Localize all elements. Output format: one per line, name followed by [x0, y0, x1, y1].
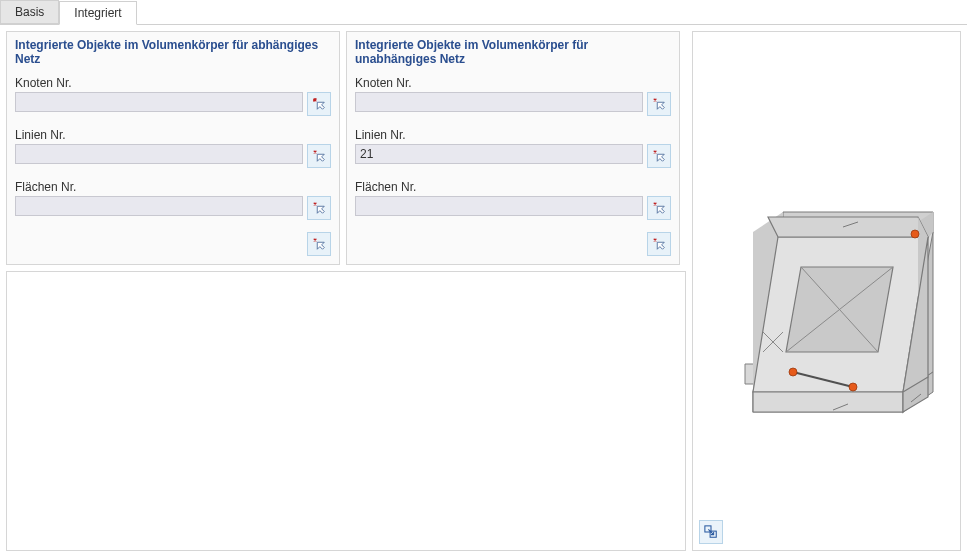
expand-preview-icon [704, 525, 718, 539]
linien-input-independent[interactable] [355, 144, 643, 164]
pick-knoten-independent-button[interactable] [647, 92, 671, 116]
expand-preview-button[interactable] [699, 520, 723, 544]
svg-marker-12 [768, 217, 928, 237]
knoten-label: Knoten Nr. [15, 76, 331, 90]
pick-flaechen-independent-button[interactable] [647, 196, 671, 220]
pick-all-dependent-button[interactable] [307, 232, 331, 256]
tab-basis[interactable]: Basis [0, 0, 59, 24]
pick-multi-icon [312, 237, 326, 251]
linien-label: Linien Nr. [15, 128, 331, 142]
pick-knoten-dependent-button[interactable] [307, 92, 331, 116]
solid-body-preview [693, 32, 958, 547]
pick-cursor-x-icon [312, 149, 326, 163]
panel-independent-mesh: Integrierte Objekte im Volumenkörper für… [346, 31, 680, 265]
pick-cursor-x-icon [652, 149, 666, 163]
preview-panel [692, 31, 961, 551]
svg-point-27 [849, 383, 857, 391]
pick-linien-dependent-button[interactable] [307, 144, 331, 168]
knoten-input-independent[interactable] [355, 92, 643, 112]
pick-linien-independent-button[interactable] [647, 144, 671, 168]
flaechen-input-dependent[interactable] [15, 196, 303, 216]
svg-point-26 [789, 368, 797, 376]
pick-flaechen-dependent-button[interactable] [307, 196, 331, 220]
tab-integriert[interactable]: Integriert [59, 1, 136, 25]
pick-multi-icon [652, 237, 666, 251]
linien-label: Linien Nr. [355, 128, 671, 142]
svg-point-28 [911, 230, 919, 238]
panel-dependent-mesh: Integrierte Objekte im Volumenkörper für… [6, 31, 340, 265]
svg-marker-15 [753, 392, 903, 412]
tabs-bar: Basis Integriert [0, 0, 967, 25]
pick-cursor-x-icon [652, 201, 666, 215]
pick-all-independent-button[interactable] [647, 232, 671, 256]
pick-cursor-x-icon [312, 97, 326, 111]
linien-input-dependent[interactable] [15, 144, 303, 164]
knoten-label: Knoten Nr. [355, 76, 671, 90]
panel-title: Integrierte Objekte im Volumenkörper für… [355, 38, 671, 66]
flaechen-label: Flächen Nr. [15, 180, 331, 194]
pick-cursor-x-icon [312, 201, 326, 215]
pick-cursor-x-icon [652, 97, 666, 111]
knoten-input-dependent[interactable] [15, 92, 303, 112]
lower-empty-panel [6, 271, 686, 551]
flaechen-label: Flächen Nr. [355, 180, 671, 194]
flaechen-input-independent[interactable] [355, 196, 643, 216]
panel-title: Integrierte Objekte im Volumenkörper für… [15, 38, 331, 66]
